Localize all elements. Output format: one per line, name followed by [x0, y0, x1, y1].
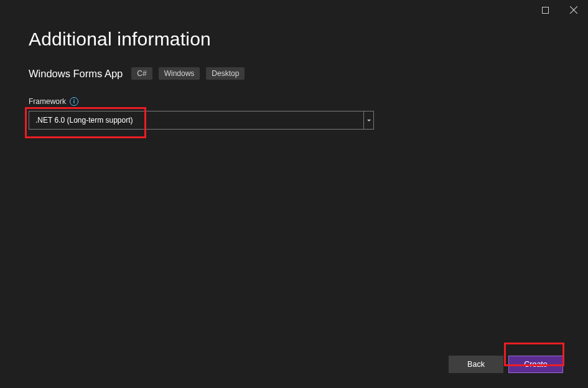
titlebar — [0, 0, 588, 20]
project-name: Windows Forms App — [29, 68, 123, 80]
maximize-button[interactable] — [531, 0, 559, 20]
page-title: Additional information — [29, 29, 559, 50]
framework-label-row: Framework i — [29, 97, 559, 106]
footer-buttons: Back Create — [449, 356, 563, 373]
svg-rect-0 — [542, 7, 548, 13]
chevron-down-icon — [363, 111, 373, 129]
framework-selected-value: .NET 6.0 (Long-term support) — [35, 116, 133, 125]
tag-type: Desktop — [206, 67, 245, 80]
close-button[interactable] — [559, 0, 588, 20]
tag-language: C# — [131, 67, 152, 80]
create-button[interactable]: Create — [508, 356, 563, 373]
project-info-row: Windows Forms App C# Windows Desktop — [29, 67, 559, 80]
back-button[interactable]: Back — [449, 356, 503, 373]
tag-platform: Windows — [159, 67, 200, 80]
framework-select[interactable]: .NET 6.0 (Long-term support) — [29, 111, 374, 130]
info-icon[interactable]: i — [70, 97, 78, 106]
framework-label: Framework — [29, 97, 66, 106]
